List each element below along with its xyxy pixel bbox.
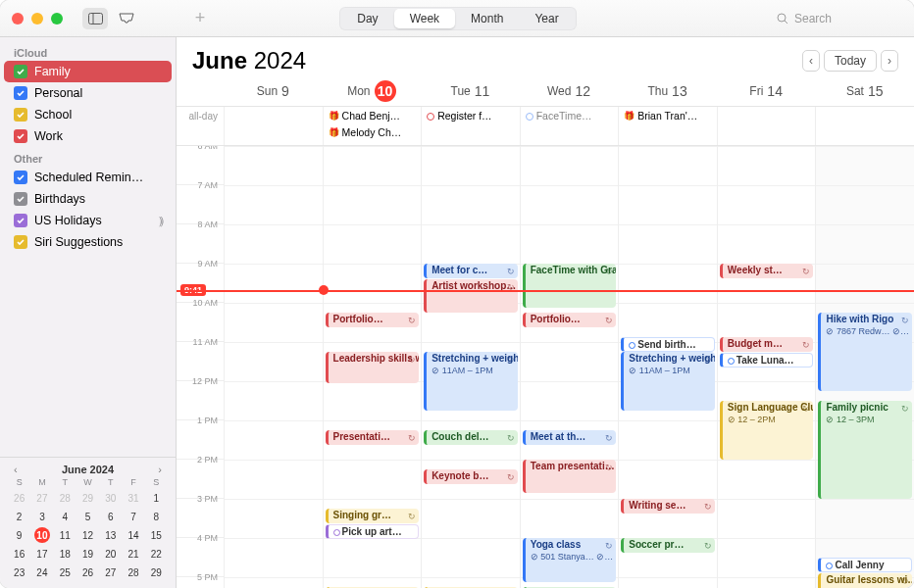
calendar-item[interactable]: Siri Suggestions [4,231,172,253]
mini-day[interactable]: 16 [12,546,27,562]
mini-day[interactable]: 13 [103,527,119,543]
calendar-checkbox[interactable] [14,235,27,249]
calendar-event[interactable]: Portfolio…↻ [326,313,420,327]
calendar-item[interactable]: US Holidays⸩ [4,210,172,231]
mini-day[interactable]: 7 [126,509,141,524]
calendar-event[interactable]: Team presentati…↻ [523,460,617,493]
inbox-button[interactable] [114,8,139,29]
day-column[interactable]: Send birth…Stretching + weights⊘ 11AM – … [618,146,717,588]
mini-day[interactable]: 22 [148,546,164,562]
calendar-checkbox[interactable] [14,86,27,100]
calendar-item[interactable]: Scheduled Remin… [4,167,172,188]
mini-day[interactable]: 27 [34,490,50,506]
calendar-event[interactable]: Yoga class⊘ 501 Stanya… ⊘ 4–5:30PM↻ [523,538,617,582]
mini-day[interactable]: 31 [126,490,141,506]
fullscreen-window-button[interactable] [51,13,63,24]
sidebar-toggle-button[interactable] [82,8,108,29]
calendar-event[interactable]: Stretching + weights⊘ 11AM – 1PM↻ [424,352,518,411]
mini-day[interactable]: 20 [103,546,119,562]
mini-day[interactable]: 29 [79,490,95,506]
calendar-event[interactable]: Couch del…↻ [424,430,518,445]
mini-day[interactable]: 3 [34,509,50,524]
calendar-checkbox[interactable] [14,171,27,184]
mini-next-button[interactable]: › [156,464,164,475]
calendar-checkbox[interactable] [14,129,27,143]
calendar-event[interactable]: Keynote b…↻ [424,469,518,484]
mini-day[interactable]: 28 [126,564,141,580]
mini-day[interactable]: 25 [57,564,73,580]
today-button[interactable]: Today [824,50,877,72]
calendar-event[interactable]: Portfolio…↻ [523,313,617,327]
mini-day[interactable]: 26 [12,490,27,506]
mini-day[interactable]: 4 [57,509,73,524]
mini-day[interactable]: 27 [103,564,119,580]
add-event-button[interactable]: + [186,8,214,28]
mini-day[interactable]: 14 [126,527,141,543]
calendar-event[interactable]: Writing se…↻ [621,499,715,514]
allday-event[interactable]: 🎁Melody Ch… [326,125,420,140]
calendar-item[interactable]: Birthdays [4,188,172,210]
calendar-event[interactable]: Guitar lessons wi…↻ [818,573,912,588]
mini-day[interactable]: 9 [12,527,27,543]
calendar-event[interactable]: Presentati…↻ [326,430,420,445]
calendar-item[interactable]: Work [4,125,172,147]
mini-day[interactable]: 29 [148,564,164,580]
mini-day[interactable]: 21 [126,546,141,562]
mini-day[interactable]: 30 [103,490,119,506]
search-field[interactable]: Search [777,12,904,25]
mini-day[interactable]: 24 [34,564,50,580]
calendar-event[interactable]: FaceTime with Gran…↻ [523,264,617,308]
day-column[interactable] [224,146,323,588]
mini-day[interactable]: 8 [148,509,164,524]
calendar-event[interactable]: Budget m…↻ [720,337,814,352]
prev-week-button[interactable]: ‹ [802,50,820,72]
calendar-event[interactable]: Call Jenny [818,558,912,572]
allday-event[interactable]: 🎁Chad Benj… [326,109,420,123]
calendar-event[interactable]: Weekly st…↻ [720,264,814,278]
calendar-event[interactable]: Singing gr…↻ [326,509,420,523]
view-month-button[interactable]: Month [455,9,519,28]
calendar-event[interactable]: Take Luna… [720,353,814,368]
calendar-event[interactable]: Soccer pr…↻ [621,538,715,553]
calendar-checkbox[interactable] [14,192,27,206]
calendar-checkbox[interactable] [14,108,27,122]
next-week-button[interactable]: › [881,50,898,72]
mini-day[interactable]: 17 [34,546,50,562]
calendar-event[interactable]: Meet at th…↻ [523,430,617,445]
mini-day[interactable]: 1 [148,490,164,506]
calendar-checkbox[interactable] [14,214,27,227]
minimize-window-button[interactable] [31,13,43,24]
day-header[interactable]: Sat 15 [815,80,914,106]
view-day-button[interactable]: Day [341,9,393,28]
mini-day[interactable]: 18 [57,546,73,562]
day-column[interactable]: Hike with Rigo⊘ 7867 Redw… ⊘ 10AM – 12PM… [815,146,914,588]
mini-day[interactable]: 26 [79,564,95,580]
day-header[interactable]: Thu 13 [618,80,717,106]
day-header[interactable]: Mon 10 [323,80,422,106]
mini-day[interactable]: 5 [79,509,95,524]
day-column[interactable]: Weekly st…↻Budget m…↻Take Luna…Sign Lang… [717,146,816,588]
calendar-event[interactable]: Sign Language Club⊘ 12 – 2PM↻ [720,401,814,460]
mini-prev-button[interactable]: ‹ [12,464,20,475]
calendar-item[interactable]: Personal [4,82,172,104]
allday-event[interactable]: FaceTime… [523,109,617,123]
close-window-button[interactable] [12,13,24,24]
mini-day[interactable]: 28 [57,490,73,506]
day-column[interactable]: FaceTime with Gran…↻Portfolio…↻Meet at t… [520,146,619,588]
day-header[interactable]: Wed 12 [520,80,619,106]
day-column[interactable]: Portfolio…↻Leadership skills work…↻Prese… [323,146,422,588]
allday-event[interactable]: 🎁Brian Tran'… [621,109,715,123]
calendar-event[interactable]: Family picnic⊘ 12 – 3PM↻ [818,401,912,499]
day-header[interactable]: Tue 11 [421,80,520,106]
day-header[interactable]: Fri 14 [717,80,816,106]
calendar-event[interactable]: Send birth… [621,337,715,352]
mini-day[interactable]: 6 [103,509,119,524]
mini-day[interactable]: 12 [79,527,95,543]
mini-day[interactable]: 11 [57,527,73,543]
calendar-event[interactable]: Pick up art… [326,524,420,539]
calendar-event[interactable]: Stretching + weights⊘ 11AM – 1PM↻ [621,352,715,411]
day-column[interactable]: Meet for c…↻Artist workshop…↻Stretching … [421,146,520,588]
mini-day[interactable]: 2 [12,509,27,524]
calendar-event[interactable]: Leadership skills work…↻ [326,352,420,383]
mini-day[interactable]: 15 [148,527,164,543]
